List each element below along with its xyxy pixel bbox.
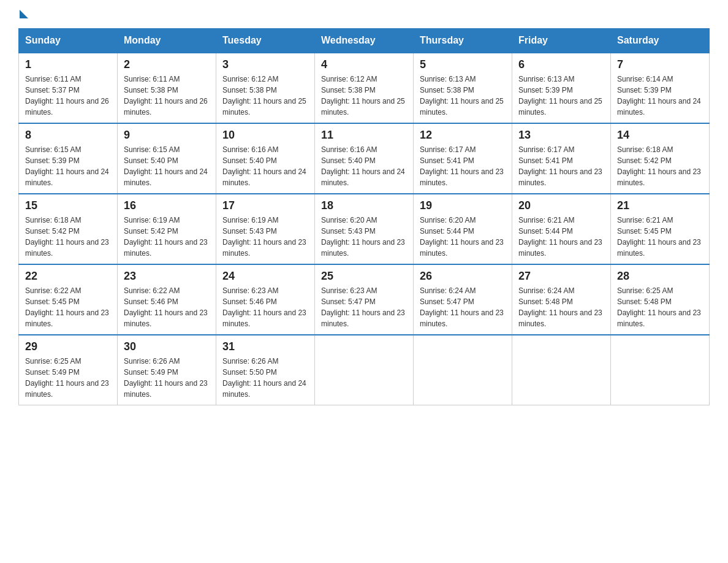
day-number: 10 (222, 129, 308, 142)
calendar-cell: 5 Sunrise: 6:13 AMSunset: 5:38 PMDayligh… (414, 53, 512, 123)
calendar-cell: 16 Sunrise: 6:19 AMSunset: 5:42 PMDaylig… (118, 194, 216, 264)
day-info: Sunrise: 6:13 AMSunset: 5:38 PMDaylight:… (420, 75, 504, 117)
day-info: Sunrise: 6:22 AMSunset: 5:45 PMDaylight:… (25, 286, 109, 328)
day-info: Sunrise: 6:23 AMSunset: 5:47 PMDaylight:… (321, 286, 405, 328)
day-number: 15 (25, 199, 111, 212)
day-number: 31 (222, 340, 308, 353)
day-info: Sunrise: 6:18 AMSunset: 5:42 PMDaylight:… (617, 145, 701, 187)
week-row-4: 22 Sunrise: 6:22 AMSunset: 5:45 PMDaylig… (19, 264, 710, 335)
day-info: Sunrise: 6:16 AMSunset: 5:40 PMDaylight:… (222, 145, 306, 187)
calendar-cell: 9 Sunrise: 6:15 AMSunset: 5:40 PMDayligh… (118, 123, 216, 194)
day-info: Sunrise: 6:17 AMSunset: 5:41 PMDaylight:… (420, 145, 504, 187)
day-number: 6 (518, 58, 604, 71)
day-info: Sunrise: 6:18 AMSunset: 5:42 PMDaylight:… (25, 216, 109, 258)
calendar-cell: 6 Sunrise: 6:13 AMSunset: 5:39 PMDayligh… (512, 53, 611, 123)
day-info: Sunrise: 6:23 AMSunset: 5:46 PMDaylight:… (222, 286, 306, 328)
day-number: 27 (518, 270, 604, 283)
day-info: Sunrise: 6:19 AMSunset: 5:43 PMDaylight:… (222, 216, 306, 258)
day-number: 13 (518, 129, 604, 142)
calendar-cell: 3 Sunrise: 6:12 AMSunset: 5:38 PMDayligh… (216, 53, 315, 123)
week-row-5: 29 Sunrise: 6:25 AMSunset: 5:49 PMDaylig… (19, 335, 710, 405)
day-number: 24 (222, 270, 308, 283)
calendar-cell: 27 Sunrise: 6:24 AMSunset: 5:48 PMDaylig… (512, 264, 611, 335)
header-row: SundayMondayTuesdayWednesdayThursdayFrid… (19, 29, 710, 53)
day-info: Sunrise: 6:26 AMSunset: 5:50 PMDaylight:… (222, 357, 306, 399)
calendar-cell: 24 Sunrise: 6:23 AMSunset: 5:46 PMDaylig… (216, 264, 315, 335)
calendar-cell: 1 Sunrise: 6:11 AMSunset: 5:37 PMDayligh… (19, 53, 118, 123)
day-info: Sunrise: 6:21 AMSunset: 5:45 PMDaylight:… (617, 216, 701, 258)
calendar-cell: 20 Sunrise: 6:21 AMSunset: 5:44 PMDaylig… (512, 194, 611, 264)
day-number: 4 (321, 58, 407, 71)
calendar-cell: 11 Sunrise: 6:16 AMSunset: 5:40 PMDaylig… (315, 123, 414, 194)
day-info: Sunrise: 6:13 AMSunset: 5:39 PMDaylight:… (518, 75, 602, 117)
header-thursday: Thursday (414, 29, 512, 53)
day-number: 17 (222, 199, 308, 212)
day-number: 20 (518, 199, 604, 212)
header-wednesday: Wednesday (315, 29, 414, 53)
week-row-2: 8 Sunrise: 6:15 AMSunset: 5:39 PMDayligh… (19, 123, 710, 194)
day-info: Sunrise: 6:19 AMSunset: 5:42 PMDaylight:… (124, 216, 208, 258)
day-info: Sunrise: 6:20 AMSunset: 5:44 PMDaylight:… (420, 216, 504, 258)
header-friday: Friday (512, 29, 611, 53)
calendar-cell: 12 Sunrise: 6:17 AMSunset: 5:41 PMDaylig… (414, 123, 512, 194)
header-saturday: Saturday (611, 29, 710, 53)
week-row-1: 1 Sunrise: 6:11 AMSunset: 5:37 PMDayligh… (19, 53, 710, 123)
logo-triangle-icon (20, 10, 28, 18)
day-info: Sunrise: 6:12 AMSunset: 5:38 PMDaylight:… (222, 75, 306, 117)
header-sunday: Sunday (19, 29, 118, 53)
calendar-body: 1 Sunrise: 6:11 AMSunset: 5:37 PMDayligh… (19, 53, 710, 405)
day-info: Sunrise: 6:14 AMSunset: 5:39 PMDaylight:… (617, 75, 701, 117)
calendar-cell: 25 Sunrise: 6:23 AMSunset: 5:47 PMDaylig… (315, 264, 414, 335)
calendar-cell: 26 Sunrise: 6:24 AMSunset: 5:47 PMDaylig… (414, 264, 512, 335)
calendar-cell (512, 335, 611, 405)
day-number: 2 (124, 58, 210, 71)
day-info: Sunrise: 6:26 AMSunset: 5:49 PMDaylight:… (124, 357, 208, 399)
day-info: Sunrise: 6:15 AMSunset: 5:40 PMDaylight:… (124, 145, 208, 187)
calendar-cell (414, 335, 512, 405)
calendar-cell: 22 Sunrise: 6:22 AMSunset: 5:45 PMDaylig… (19, 264, 118, 335)
day-number: 26 (420, 270, 506, 283)
calendar-cell (315, 335, 414, 405)
day-number: 25 (321, 270, 407, 283)
day-number: 28 (617, 270, 703, 283)
day-number: 18 (321, 199, 407, 212)
header-tuesday: Tuesday (216, 29, 315, 53)
day-number: 29 (25, 340, 111, 353)
calendar-cell: 23 Sunrise: 6:22 AMSunset: 5:46 PMDaylig… (118, 264, 216, 335)
day-info: Sunrise: 6:24 AMSunset: 5:47 PMDaylight:… (420, 286, 504, 328)
calendar-table: SundayMondayTuesdayWednesdayThursdayFrid… (18, 28, 710, 405)
day-number: 19 (420, 199, 506, 212)
calendar-header: SundayMondayTuesdayWednesdayThursdayFrid… (19, 29, 710, 53)
day-number: 11 (321, 129, 407, 142)
calendar-cell: 10 Sunrise: 6:16 AMSunset: 5:40 PMDaylig… (216, 123, 315, 194)
day-info: Sunrise: 6:17 AMSunset: 5:41 PMDaylight:… (518, 145, 602, 187)
day-info: Sunrise: 6:21 AMSunset: 5:44 PMDaylight:… (518, 216, 602, 258)
week-row-3: 15 Sunrise: 6:18 AMSunset: 5:42 PMDaylig… (19, 194, 710, 264)
calendar-cell: 15 Sunrise: 6:18 AMSunset: 5:42 PMDaylig… (19, 194, 118, 264)
day-number: 12 (420, 129, 506, 142)
calendar-cell: 28 Sunrise: 6:25 AMSunset: 5:48 PMDaylig… (611, 264, 710, 335)
calendar-cell: 17 Sunrise: 6:19 AMSunset: 5:43 PMDaylig… (216, 194, 315, 264)
day-info: Sunrise: 6:11 AMSunset: 5:37 PMDaylight:… (25, 75, 109, 117)
day-number: 21 (617, 199, 703, 212)
day-info: Sunrise: 6:25 AMSunset: 5:49 PMDaylight:… (25, 357, 109, 399)
day-number: 7 (617, 58, 703, 71)
day-info: Sunrise: 6:11 AMSunset: 5:38 PMDaylight:… (124, 75, 208, 117)
calendar-cell: 13 Sunrise: 6:17 AMSunset: 5:41 PMDaylig… (512, 123, 611, 194)
day-number: 22 (25, 270, 111, 283)
day-number: 16 (124, 199, 210, 212)
day-number: 9 (124, 129, 210, 142)
calendar-cell: 2 Sunrise: 6:11 AMSunset: 5:38 PMDayligh… (118, 53, 216, 123)
day-info: Sunrise: 6:16 AMSunset: 5:40 PMDaylight:… (321, 145, 405, 187)
day-number: 14 (617, 129, 703, 142)
day-info: Sunrise: 6:25 AMSunset: 5:48 PMDaylight:… (617, 286, 701, 328)
header-monday: Monday (118, 29, 216, 53)
calendar-cell: 18 Sunrise: 6:20 AMSunset: 5:43 PMDaylig… (315, 194, 414, 264)
day-number: 5 (420, 58, 506, 71)
day-info: Sunrise: 6:20 AMSunset: 5:43 PMDaylight:… (321, 216, 405, 258)
page-header (18, 12, 710, 16)
calendar-cell: 29 Sunrise: 6:25 AMSunset: 5:49 PMDaylig… (19, 335, 118, 405)
calendar-cell: 8 Sunrise: 6:15 AMSunset: 5:39 PMDayligh… (19, 123, 118, 194)
calendar-cell: 7 Sunrise: 6:14 AMSunset: 5:39 PMDayligh… (611, 53, 710, 123)
calendar-cell: 31 Sunrise: 6:26 AMSunset: 5:50 PMDaylig… (216, 335, 315, 405)
